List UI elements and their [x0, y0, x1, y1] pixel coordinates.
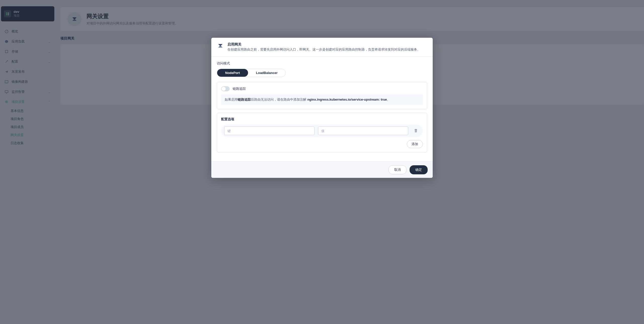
hint-bold: 链路追踪: [238, 98, 251, 101]
gateway-icon: [217, 42, 224, 49]
modal-footer: 取消 确定: [211, 161, 433, 178]
value-input[interactable]: [318, 127, 408, 135]
modal-overlay: 启用网关 在创建应用路由之前，需要先启用外网访问入口，即网关。这一步是创建对应的…: [0, 0, 644, 324]
hint-code: nginx.ingress.kubernetes.io/service-upst…: [307, 98, 387, 101]
modal-title: 启用网关: [227, 42, 420, 47]
config-title: 配置选项: [221, 117, 423, 121]
confirm-button[interactable]: 确定: [410, 165, 428, 174]
trash-icon: [414, 129, 418, 133]
hint-suffix: 。: [387, 98, 390, 101]
trace-panel: 链路追踪 如果启用链路追踪后路由无法访问，请在路由中添加注解 nginx.ing…: [217, 82, 427, 109]
add-kv-button[interactable]: 添加: [407, 140, 423, 148]
tab-loadbalancer[interactable]: LoadBalancer: [248, 69, 286, 77]
trace-label: 链路追踪: [233, 87, 246, 91]
kv-row: [221, 125, 423, 137]
trace-toggle[interactable]: [221, 86, 230, 91]
hint-text: 如果启用: [225, 98, 238, 101]
delete-row-button[interactable]: [412, 127, 420, 135]
config-panel: 配置选项 添加: [217, 113, 427, 152]
key-input[interactable]: [224, 127, 314, 135]
access-mode-segmented: NodePort LoadBalancer: [217, 69, 286, 77]
modal-enable-gateway: 启用网关 在创建应用路由之前，需要先启用外网访问入口，即网关。这一步是创建对应的…: [211, 38, 433, 178]
trace-hint: 如果启用链路追踪后路由无法访问，请在路由中添加注解 nginx.ingress.…: [221, 94, 423, 105]
access-mode-label: 访问模式: [217, 61, 427, 66]
modal-desc: 在创建应用路由之前，需要先启用外网访问入口，即网关。这一步是创建对应的应用路由控…: [227, 47, 420, 52]
modal-body: 访问模式 NodePort LoadBalancer 链路追踪 如果启用链路追踪…: [211, 57, 433, 161]
tab-nodeport[interactable]: NodePort: [217, 69, 248, 77]
hint-mid: 后路由无法访问，请在路由中添加注解: [251, 98, 307, 101]
modal-header: 启用网关 在创建应用路由之前，需要先启用外网访问入口，即网关。这一步是创建对应的…: [211, 38, 433, 57]
cancel-button[interactable]: 取消: [388, 165, 407, 174]
